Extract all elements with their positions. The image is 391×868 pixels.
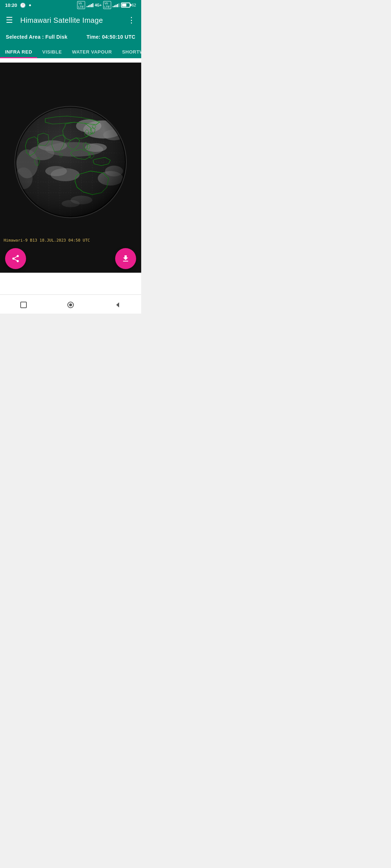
signal-bars-1: [87, 3, 93, 7]
status-right: VoLTE 4G+ VoLTE 62: [77, 1, 136, 9]
status-left: 10:20 🕐 ●: [5, 3, 31, 8]
battery-icon: [121, 3, 130, 8]
tab-visible[interactable]: VISIBLE: [37, 45, 67, 58]
battery-fill: [122, 4, 126, 7]
volte-icon: VoLTE: [77, 1, 85, 9]
nav-bar: [0, 294, 141, 314]
tabs-container: INFRA RED VISIBLE WATER VAPOUR SHORTWAVE: [0, 45, 141, 58]
app-title: Himawari Satellite Image: [20, 16, 127, 25]
whatsapp-icon: ●: [29, 3, 31, 8]
menu-icon[interactable]: ☰: [6, 16, 13, 24]
svg-rect-36: [21, 302, 26, 308]
tab-infra-red[interactable]: INFRA RED: [0, 45, 37, 58]
nav-back-button[interactable]: [113, 300, 123, 310]
time-display: 10:20: [5, 3, 17, 8]
more-icon[interactable]: ⋮: [127, 16, 135, 25]
satellite-image: [0, 84, 141, 236]
svg-point-38: [69, 303, 72, 306]
status-bar: 10:20 🕐 ● VoLTE 4G+ VoLTE 62: [0, 0, 141, 10]
fab-container: [0, 244, 141, 273]
volte-icon-2: VoLTE: [103, 1, 111, 9]
tab-shortwave[interactable]: SHORTWAVE: [117, 45, 141, 58]
battery-tip: [130, 4, 131, 6]
nav-square-icon: [20, 301, 28, 309]
tab-water-vapour[interactable]: WATER VAPOUR: [67, 45, 117, 58]
signal-bars-2: [113, 3, 119, 7]
image-caption: Himawari-9 B13 18.JUL.2023 04:50 UTC: [4, 238, 90, 243]
nav-circle-icon: [67, 301, 75, 309]
nav-recents-button[interactable]: [18, 300, 29, 310]
download-icon: [121, 254, 130, 263]
time-utc: Time: 04:50:10 UTC: [87, 34, 135, 40]
image-caption-bar: Himawari-9 B13 18.JUL.2023 04:50 UTC: [0, 236, 141, 244]
share-fab[interactable]: [5, 248, 26, 269]
nav-home-button[interactable]: [66, 300, 76, 310]
svg-marker-39: [116, 302, 119, 307]
nav-back-icon: [114, 301, 122, 309]
globe-svg: [9, 99, 132, 222]
share-icon: [11, 254, 20, 263]
selected-area: Selected Area : Full Disk: [6, 34, 67, 40]
app-bar: ☰ Himawari Satellite Image ⋮: [0, 10, 141, 30]
black-bar-top: [0, 63, 141, 84]
alarm-icon: 🕐: [20, 3, 26, 8]
network-type: 4G+: [95, 3, 102, 7]
info-bar: Selected Area : Full Disk Time: 04:50:10…: [0, 30, 141, 45]
download-fab[interactable]: [115, 248, 136, 269]
image-container: Himawari-9 B13 18.JUL.2023 04:50 UTC: [0, 58, 141, 273]
bottom-white-space: [0, 273, 141, 294]
battery-percent: 62: [132, 3, 136, 7]
